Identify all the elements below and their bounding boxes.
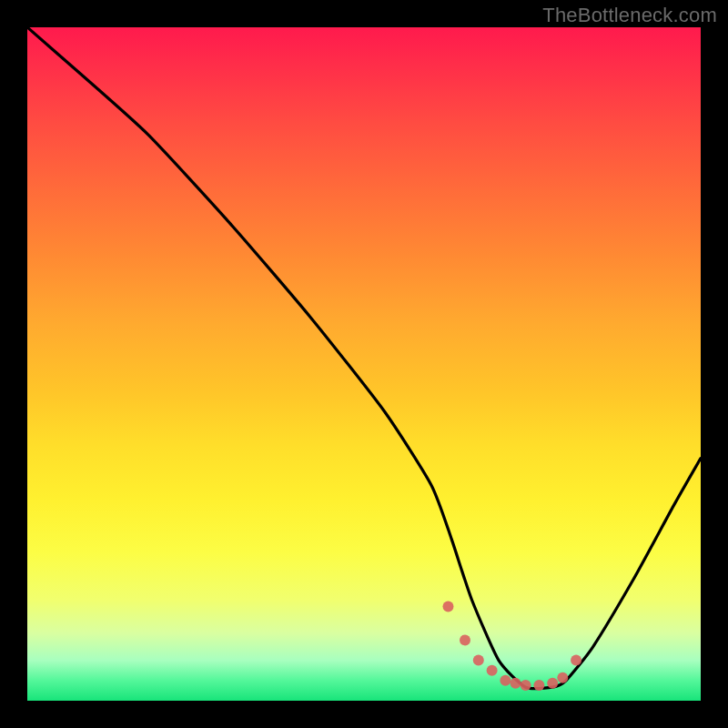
marker-dot <box>547 678 558 689</box>
marker-dot <box>557 672 568 683</box>
marker-dot <box>443 601 454 612</box>
marker-dot <box>460 634 470 645</box>
marker-dot <box>533 680 544 691</box>
marker-dot <box>511 678 521 689</box>
marker-dot <box>500 675 511 686</box>
chart-svg <box>27 27 701 701</box>
marker-dot <box>473 655 484 666</box>
marker-dot <box>571 655 581 666</box>
marker-dot <box>521 680 531 691</box>
marker-dot <box>487 665 498 676</box>
chart-frame: TheBottleneck.com <box>0 0 728 728</box>
plot-area <box>27 27 701 701</box>
watermark-text: TheBottleneck.com <box>542 4 717 27</box>
bottleneck-curve <box>27 27 701 689</box>
